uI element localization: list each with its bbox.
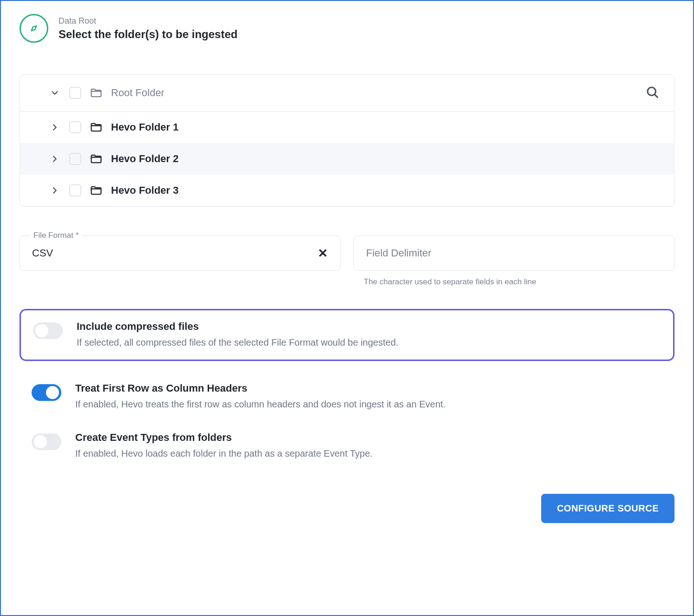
folder-checkbox[interactable]: [69, 121, 81, 133]
include-compressed-desc: If selected, all compressed files of the…: [77, 335, 399, 349]
folder-row[interactable]: Hevo Folder 3: [20, 175, 674, 206]
page-container: Data Root Select the folder(s) to be ing…: [0, 0, 694, 616]
event-types-row: Create Event Types from folders If enabl…: [20, 421, 674, 471]
chevron-right-icon[interactable]: [49, 122, 61, 132]
include-compressed-row: Include compressed files If selected, al…: [20, 309, 674, 361]
svg-marker-0: [32, 26, 37, 31]
header: Data Root Select the folder(s) to be ing…: [20, 14, 674, 43]
svg-line-2: [655, 95, 657, 97]
field-delimiter-placeholder: Field Delimiter: [366, 247, 432, 259]
folder-label: Hevo Folder 3: [111, 184, 178, 197]
folder-label: Hevo Folder 1: [111, 121, 178, 133]
root-folder-row[interactable]: Root Folder: [20, 75, 674, 111]
include-compressed-title: Include compressed files: [77, 321, 399, 333]
first-row-headers-toggle[interactable]: [32, 384, 61, 401]
folder-icon: [90, 86, 103, 99]
file-format-value: CSV: [32, 247, 53, 259]
folder-row[interactable]: Hevo Folder 2: [20, 143, 674, 175]
folder-icon: [90, 152, 103, 165]
file-format-field[interactable]: File Format * CSV ✕: [20, 236, 340, 271]
field-delimiter-field[interactable]: Field Delimiter: [354, 236, 674, 271]
first-row-headers-title: Treat First Row as Column Headers: [75, 382, 445, 394]
first-row-headers-desc: If enabled, Hevo treats the first row as…: [75, 397, 445, 411]
folder-icon: [90, 184, 103, 197]
root-folder-label: Root Folder: [111, 87, 164, 99]
chevron-down-icon[interactable]: [49, 88, 61, 98]
field-delimiter-caption: The character used to separate fields in…: [364, 277, 674, 287]
file-format-legend: File Format *: [30, 231, 82, 240]
include-compressed-toggle[interactable]: [33, 322, 63, 339]
folder-icon: [90, 121, 103, 134]
first-row-headers-row: Treat First Row as Column Headers If ena…: [20, 372, 674, 421]
folder-tree: Root Folder Hevo Folder 1 Hevo Folder: [20, 74, 674, 207]
root-folder-checkbox[interactable]: [69, 87, 81, 99]
breadcrumb: Data Root: [59, 16, 237, 26]
page-title: Select the folder(s) to be ingested: [59, 28, 237, 41]
folder-checkbox[interactable]: [69, 184, 81, 197]
search-icon[interactable]: [645, 85, 659, 101]
configure-source-button[interactable]: CONFIGURE SOURCE: [541, 494, 674, 523]
clear-icon[interactable]: ✕: [318, 247, 328, 259]
compass-icon: [20, 14, 48, 43]
folder-row[interactable]: Hevo Folder 1: [20, 111, 674, 143]
chevron-right-icon[interactable]: [49, 185, 61, 196]
event-types-toggle[interactable]: [32, 433, 61, 450]
event-types-desc: If enabled, Hevo loads each folder in th…: [75, 446, 373, 460]
folder-checkbox[interactable]: [69, 153, 81, 165]
folder-label: Hevo Folder 2: [111, 153, 178, 165]
chevron-right-icon[interactable]: [49, 154, 61, 164]
event-types-title: Create Event Types from folders: [75, 432, 373, 444]
